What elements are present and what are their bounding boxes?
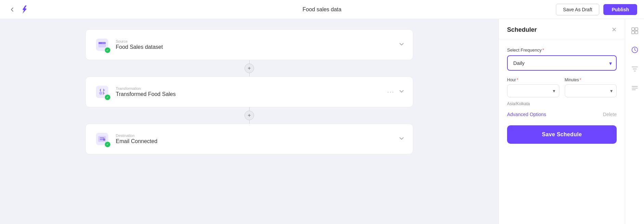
add-step-2-button[interactable]: + [244, 111, 254, 120]
hour-select-wrapper: 0123 4567 891011 12131415 16171819 20212… [507, 84, 559, 97]
advanced-options-link[interactable]: Advanced Options [507, 112, 546, 117]
connector-2: + [249, 107, 250, 124]
destination-name: Email Connected [116, 138, 398, 144]
svg-rect-10 [632, 28, 634, 30]
transformation-menu[interactable]: ··· [387, 88, 394, 96]
source-expand[interactable] [398, 41, 405, 48]
svg-point-3 [99, 43, 100, 44]
scheduler-body: Select Frequency* Hourly Daily Weekly Mo… [499, 39, 625, 224]
minutes-field: Minutes* 0153045 ▾ [565, 78, 617, 97]
timezone-text: Asia/Kolkata [507, 101, 617, 106]
source-check: ✓ [105, 47, 110, 53]
destination-type: Destination [116, 134, 398, 138]
pipeline-container: ✓ Source Food Sales dataset + [85, 29, 413, 154]
destination-info: Destination Email Connected [116, 134, 398, 144]
scheduler-panel: Scheduler ✕ Select Frequency* Hourly Dai… [499, 19, 625, 224]
right-sidebar [625, 19, 644, 224]
svg-rect-13 [635, 31, 638, 34]
main-layout: ✓ Source Food Sales dataset + [0, 19, 644, 224]
minutes-select-wrapper: 0153045 ▾ [565, 84, 617, 97]
svg-point-4 [101, 43, 102, 44]
connector-1: + [249, 60, 250, 76]
frequency-select[interactable]: Hourly Daily Weekly Monthly [507, 55, 617, 71]
source-type: Source [116, 39, 398, 43]
minutes-select[interactable]: 0153045 [565, 84, 617, 97]
pipeline-canvas: ✓ Source Food Sales dataset + [0, 19, 499, 224]
publish-button[interactable]: Publish [603, 4, 637, 15]
save-draft-button[interactable]: Save As Draft [556, 4, 600, 15]
transformation-info: Transformation Transformed Food Sales [116, 86, 387, 97]
back-button[interactable] [7, 4, 18, 15]
hour-field: Hour* 0123 4567 891011 12131415 16171819… [507, 78, 559, 97]
source-info: Source Food Sales dataset [116, 39, 398, 50]
header-actions: Save As Draft Publish [556, 4, 637, 15]
logo-icon [19, 3, 31, 16]
source-name: Food Sales dataset [116, 44, 398, 50]
transformation-expand[interactable] [398, 88, 405, 96]
close-button[interactable]: ✕ [612, 26, 617, 33]
svg-rect-12 [632, 31, 634, 34]
time-row: Hour* 0123 4567 891011 12131415 16171819… [507, 78, 617, 97]
transformation-icon: ✓ [94, 84, 110, 100]
destination-node: ✓ Destination Email Connected [85, 124, 413, 154]
hour-label: Hour* [507, 78, 559, 82]
transformation-check: ✓ [105, 95, 110, 100]
transformation-type: Transformation [116, 86, 387, 90]
frequency-select-wrapper: Hourly Daily Weekly Monthly ▾ [507, 55, 617, 71]
destination-expand[interactable] [398, 135, 405, 143]
header: Food sales data Save As Draft Publish [0, 0, 644, 19]
transformation-name: Transformed Food Sales [116, 91, 387, 97]
frequency-label: Select Frequency* [507, 47, 617, 53]
transformation-node: ✓ Transformation Transformed Food Sales … [85, 76, 413, 107]
scheduler-title: Scheduler [507, 26, 537, 33]
add-step-1-button[interactable]: + [244, 64, 254, 73]
hour-select[interactable]: 0123 4567 891011 12131415 16171819 20212… [507, 84, 559, 97]
grid-icon[interactable] [629, 25, 641, 37]
source-icon: ✓ [94, 37, 110, 53]
destination-check: ✓ [105, 142, 110, 147]
minutes-label: Minutes* [565, 78, 617, 82]
list-icon[interactable] [629, 82, 641, 94]
save-schedule-button[interactable]: Save Schedule [507, 125, 617, 144]
clock-icon[interactable] [629, 44, 641, 56]
svg-point-6 [99, 92, 102, 95]
scheduler-header: Scheduler ✕ [499, 19, 625, 39]
filter-icon[interactable] [629, 63, 641, 75]
page-title: Food sales data [303, 6, 341, 13]
source-node: ✓ Source Food Sales dataset [85, 29, 413, 60]
advanced-row: Advanced Options Delete [507, 112, 617, 117]
svg-rect-11 [635, 28, 638, 30]
delete-link[interactable]: Delete [603, 112, 617, 117]
destination-icon: ✓ [94, 131, 110, 147]
svg-point-9 [103, 139, 105, 141]
